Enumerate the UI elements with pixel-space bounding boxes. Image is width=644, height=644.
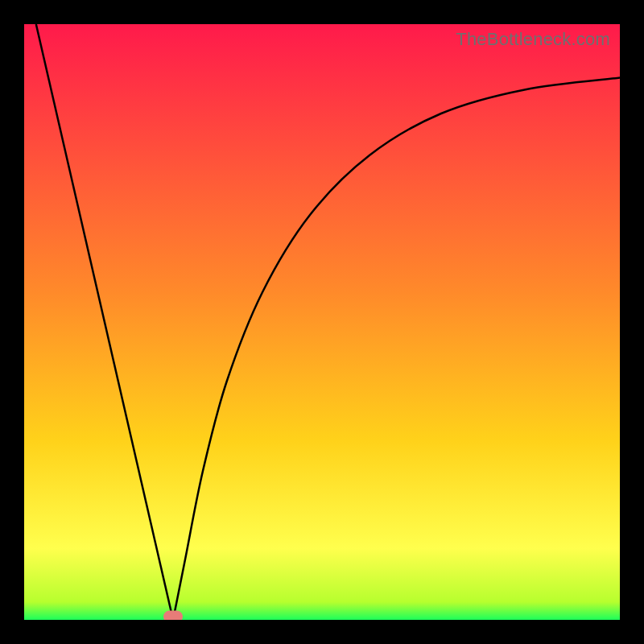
curve-left-branch bbox=[36, 24, 173, 620]
chart-frame: TheBottleneck.com bbox=[0, 0, 644, 644]
curve-right-branch bbox=[173, 78, 620, 620]
plot-area: TheBottleneck.com bbox=[24, 24, 620, 620]
bottleneck-curve bbox=[24, 24, 620, 620]
